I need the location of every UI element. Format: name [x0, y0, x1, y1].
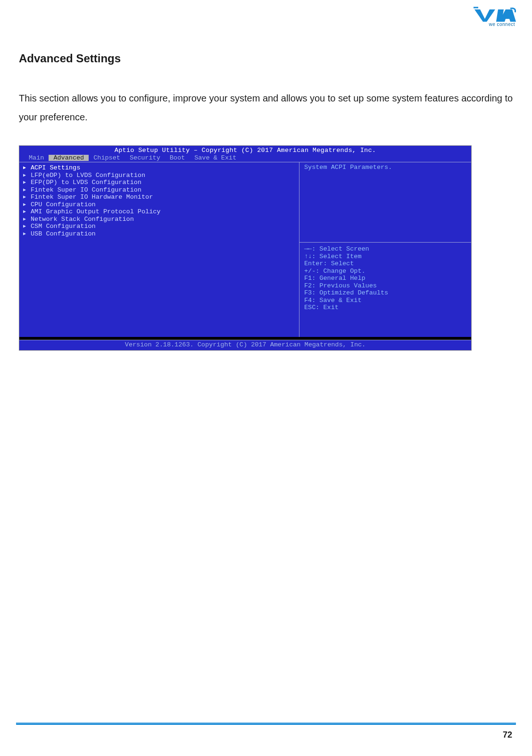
bios-key-hints: →←: Select Screen↑↓: Select ItemEnter: S… — [299, 243, 471, 337]
bios-key-hint: +/-: Change Opt. — [304, 268, 466, 275]
submenu-arrow-icon: ▶ — [23, 209, 28, 215]
page-footer-rule — [16, 722, 516, 725]
bios-title: Aptio Setup Utility – Copyright (C) 2017… — [19, 146, 471, 155]
bios-key-hint: F3: Optimized Defaults — [304, 289, 466, 297]
bios-footer: Version 2.18.1263. Copyright (C) 2017 Am… — [19, 340, 471, 350]
bios-menu-item[interactable]: ▶USB Configuration — [23, 230, 295, 238]
bios-body: ▶ACPI Settings▶LFP(eDP) to LVDS Configur… — [19, 162, 471, 337]
bios-menu-item[interactable]: ▶LFP(eDP) to LVDS Configuration — [23, 172, 295, 179]
brand-logo: we connect — [471, 7, 516, 31]
bios-menu-item[interactable]: ▶ACPI Settings — [23, 164, 295, 172]
bios-side-pane: System ACPI Parameters. →←: Select Scree… — [299, 162, 471, 337]
bios-tab-save-exit[interactable]: Save & Exit — [190, 155, 241, 161]
bios-tab-advanced[interactable]: Advanced — [49, 155, 89, 161]
bios-menu-item-label: USB Configuration — [31, 230, 96, 238]
brand-tagline: we connect — [489, 22, 515, 27]
bios-tab-boot[interactable]: Boot — [165, 155, 190, 161]
submenu-arrow-icon: ▶ — [23, 231, 28, 237]
bios-key-hint: F2: Previous Values — [304, 282, 466, 290]
submenu-arrow-icon: ▶ — [23, 217, 28, 222]
bios-key-hint: ↑↓: Select Item — [304, 253, 466, 260]
bios-menu-item[interactable]: ▶Fintek Super IO Hardware Monitor — [23, 193, 295, 201]
bios-menu-item-label: ACPI Settings — [31, 164, 80, 172]
submenu-arrow-icon: ▶ — [23, 165, 28, 171]
bios-key-hint: F1: General Help — [304, 275, 466, 282]
bios-key-hint: ESC: Exit — [304, 304, 466, 311]
bios-screenshot: Aptio Setup Utility – Copyright (C) 2017… — [19, 145, 472, 351]
bios-menu-item-label: EFP(DP) to LVDS Configuration — [31, 179, 141, 186]
bios-menu-item[interactable]: ▶CSM Configuration — [23, 223, 295, 230]
bios-menu-item-label: Fintek Super IO Configuration — [31, 186, 141, 194]
bios-menu-item-label: CPU Configuration — [31, 201, 96, 209]
submenu-arrow-icon: ▶ — [23, 187, 28, 193]
bios-key-hint: →←: Select Screen — [304, 245, 466, 253]
bios-key-hint: F4: Save & Exit — [304, 297, 466, 304]
bios-help-text: System ACPI Parameters. — [299, 162, 471, 243]
bios-menu-item[interactable]: ▶EFP(DP) to LVDS Configuration — [23, 179, 295, 186]
bios-menu-item[interactable]: ▶Fintek Super IO Configuration — [23, 186, 295, 194]
bios-menu-item[interactable]: ▶CPU Configuration — [23, 201, 295, 209]
submenu-arrow-icon: ▶ — [23, 202, 28, 208]
bios-menu-item-label: AMI Graphic Output Protocol Policy — [31, 208, 160, 216]
page-number: 72 — [503, 730, 512, 740]
bios-menu-item[interactable]: ▶Network Stack Configuration — [23, 216, 295, 223]
bios-tab-main[interactable]: Main — [24, 155, 49, 161]
bios-menu-item-label: Fintek Super IO Hardware Monitor — [31, 193, 153, 201]
bios-menu-item-label: LFP(eDP) to LVDS Configuration — [31, 172, 145, 179]
bios-tab-bar: MainAdvancedChipsetSecurityBootSave & Ex… — [19, 155, 471, 162]
section-paragraph: This section allows you to configure, im… — [19, 89, 513, 126]
page-content: Advanced Settings This section allows yo… — [19, 52, 513, 351]
bios-tab-chipset[interactable]: Chipset — [89, 155, 125, 161]
bios-menu-item-label: CSM Configuration — [31, 223, 96, 230]
section-heading: Advanced Settings — [19, 52, 513, 65]
submenu-arrow-icon: ▶ — [23, 173, 28, 178]
bios-menu-item[interactable]: ▶AMI Graphic Output Protocol Policy — [23, 208, 295, 216]
submenu-arrow-icon: ▶ — [23, 180, 28, 185]
bios-key-hint: Enter: Select — [304, 260, 466, 268]
submenu-arrow-icon: ▶ — [23, 194, 28, 200]
bios-tab-security[interactable]: Security — [125, 155, 165, 161]
submenu-arrow-icon: ▶ — [23, 224, 28, 229]
via-logo-icon — [473, 7, 516, 23]
bios-menu-item-label: Network Stack Configuration — [31, 216, 134, 223]
bios-menu-pane: ▶ACPI Settings▶LFP(eDP) to LVDS Configur… — [19, 162, 299, 337]
